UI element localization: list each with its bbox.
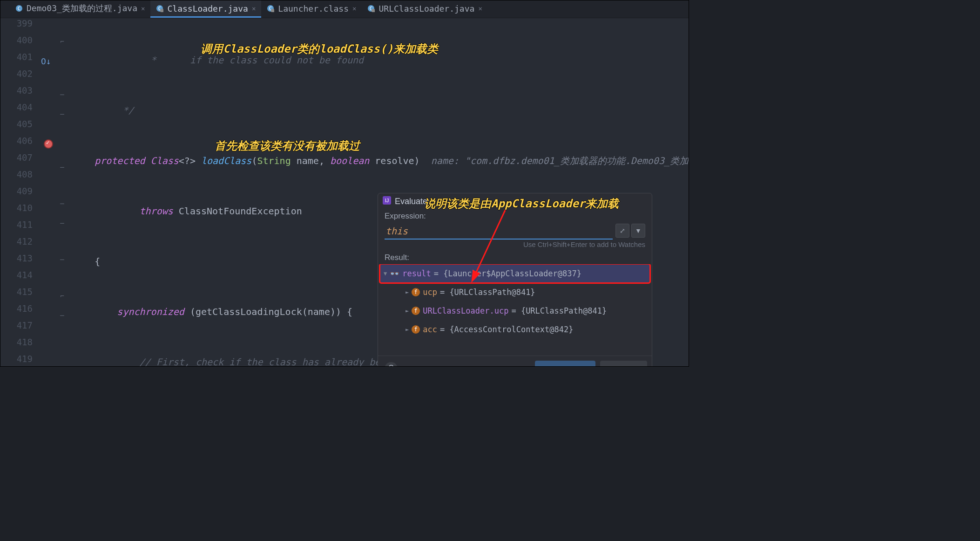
editor-area: 3994004014024034044054064074084094104114… <box>0 18 689 366</box>
field-icon: f <box>412 307 420 315</box>
line-number: 414 <box>0 270 33 287</box>
chevron-icon[interactable]: ► <box>406 289 409 295</box>
line-number: 409 <box>0 186 33 203</box>
line-number: 406 <box>0 136 33 152</box>
comment-text: */ <box>100 105 134 116</box>
line-number: 418 <box>0 337 33 354</box>
annotation-text: 说明该类是由AppClassLoader来加载 <box>424 196 619 211</box>
tree-row[interactable]: ► f acc = {AccessControlContext@842} <box>380 320 650 339</box>
line-number: 404 <box>0 102 33 119</box>
field-icon: f <box>412 325 420 334</box>
annotation-arrow <box>466 205 522 286</box>
line-number: 407 <box>0 152 33 169</box>
class-icon: C <box>15 5 23 12</box>
breakpoint-icon[interactable] <box>44 139 53 149</box>
svg-line-11 <box>473 209 506 279</box>
line-number: 415 <box>0 287 33 303</box>
line-number: 400 <box>0 35 33 52</box>
tab-file-1[interactable]: C ClassLoader.java ✕ <box>150 0 261 18</box>
tab-label: URLClassLoader.java <box>378 4 474 14</box>
line-number: 411 <box>0 219 33 236</box>
chevron-icon[interactable]: ► <box>406 326 409 333</box>
variable-value: = {URLClassPath@841} <box>440 288 535 297</box>
line-number: 403 <box>0 85 33 102</box>
line-number: 410 <box>0 203 33 219</box>
tab-file-2[interactable]: C Launcher.class ✕ <box>261 0 362 18</box>
line-number: 419 <box>0 354 33 367</box>
tab-label: Demo03_类加载的过程.java <box>27 3 137 14</box>
type: Class <box>151 155 179 166</box>
line-number: 401 <box>0 52 33 68</box>
svg-text:C: C <box>18 6 21 12</box>
line-number: 402 <box>0 68 33 85</box>
fold-column: ⌐ ─ ─ ─ ─ ─ ─ ⌐ ─ ⌐ <box>60 18 68 366</box>
annotation-text: 首先检查该类有没有被加载过 <box>215 138 360 153</box>
variable-name: URLClassLoader.ucp <box>423 306 508 315</box>
class-lock-icon: C <box>367 5 375 12</box>
override-icon[interactable]: O↓ <box>41 56 51 66</box>
evaluate-button[interactable]: EVALUATE <box>535 361 596 367</box>
help-button[interactable]: ? <box>385 362 398 367</box>
line-number: 405 <box>0 119 33 136</box>
line-number: 413 <box>0 253 33 270</box>
expand-icon[interactable]: ⤢ <box>615 224 629 238</box>
glasses-icon: 👓 <box>390 269 399 278</box>
variable-value: = {AccessControlContext@842} <box>440 325 574 334</box>
tab-file-0[interactable]: C Demo03_类加载的过程.java ✕ <box>10 0 150 18</box>
variable-name: result <box>402 269 431 278</box>
chevron-icon[interactable]: ▼ <box>384 270 387 277</box>
variable-name: acc <box>423 325 437 334</box>
line-number: 412 <box>0 236 33 253</box>
class-lock-icon: C <box>156 5 163 12</box>
line-number: 408 <box>0 169 33 186</box>
line-number: 417 <box>0 320 33 337</box>
tab-label: ClassLoader.java <box>167 4 248 14</box>
dialog-title: Evaluate <box>395 197 427 206</box>
line-number-gutter: 3994004014024034044054064074084094104114… <box>0 18 37 366</box>
line-number: 416 <box>0 303 33 320</box>
gutter-annotations: O↓ <box>37 18 60 366</box>
variable-name: ucp <box>423 288 437 297</box>
dialog-icon: IJ <box>383 196 391 207</box>
close-button[interactable]: CLOSE <box>600 361 647 367</box>
dropdown-icon[interactable]: ▼ <box>631 224 645 238</box>
close-icon[interactable]: ✕ <box>252 5 256 12</box>
variable-value: = {URLClassPath@841} <box>511 306 607 315</box>
keyword: protected <box>95 155 150 166</box>
field-icon: f <box>412 288 420 296</box>
inline-hint: name: "com.dfbz.demo01_类加载器的功能.Demo03_类加 <box>431 155 689 166</box>
line-number: 399 <box>0 18 33 35</box>
close-icon[interactable]: ✕ <box>352 5 356 12</box>
class-lock-icon: C <box>267 5 274 12</box>
svg-text:IJ: IJ <box>385 198 389 203</box>
tree-row[interactable]: ► f URLClassLoader.ucp = {URLClassPath@8… <box>380 301 650 320</box>
method-name: loadClass <box>201 155 251 166</box>
annotation-text: 调用ClassLoader类的loadClass()来加载类 <box>201 41 438 56</box>
tab-label: Launcher.class <box>278 4 349 14</box>
tab-file-3[interactable]: C URLClassLoader.java ✕ <box>362 0 487 18</box>
editor-tabs: C Demo03_类加载的过程.java ✕ C ClassLoader.jav… <box>0 0 689 18</box>
chevron-icon[interactable]: ► <box>406 308 409 314</box>
close-icon[interactable]: ✕ <box>141 5 145 12</box>
close-icon[interactable]: ✕ <box>478 5 482 12</box>
